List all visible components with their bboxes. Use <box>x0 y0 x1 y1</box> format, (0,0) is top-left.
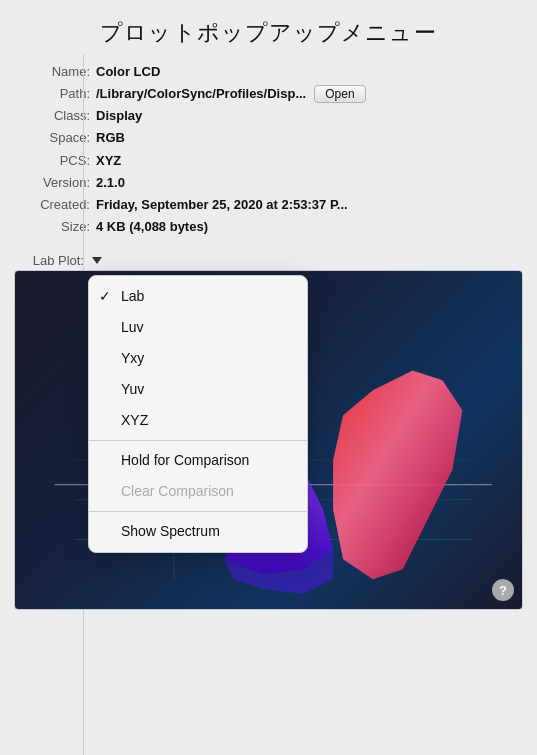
menu-item-yuv[interactable]: Yuv <box>89 374 307 405</box>
class-label: Class: <box>20 106 90 126</box>
created-row: Created: Friday, September 25, 2020 at 2… <box>20 195 517 215</box>
menu-item-hold[interactable]: Hold for Comparison <box>89 445 307 476</box>
menu-separator-2 <box>89 511 307 512</box>
class-row: Class: Display <box>20 106 517 126</box>
menu-item-spectrum[interactable]: Show Spectrum <box>89 516 307 547</box>
path-row: Path: /Library/ColorSync/Profiles/Disp..… <box>20 84 517 104</box>
menu-item-luv[interactable]: Luv <box>89 312 307 343</box>
name-value: Color LCD <box>96 62 160 82</box>
plot-label: Lab Plot: <box>14 253 84 268</box>
svg-marker-8 <box>333 371 462 580</box>
menu-item-yxy[interactable]: Yxy <box>89 343 307 374</box>
version-row: Version: 2.1.0 <box>20 173 517 193</box>
help-button[interactable]: ? <box>492 579 514 601</box>
plot-label-row: Lab Plot: <box>14 253 523 268</box>
plot-area-container: Lab Plot: Lab Luv Yxy Yuv XYZ Hold for C… <box>14 253 523 610</box>
created-value: Friday, September 25, 2020 at 2:53:37 P.… <box>96 195 348 215</box>
class-value: Display <box>96 106 142 126</box>
pcs-value: XYZ <box>96 151 121 171</box>
pcs-label: PCS: <box>20 151 90 171</box>
size-row: Size: 4 KB (4,088 bytes) <box>20 217 517 237</box>
version-label: Version: <box>20 173 90 193</box>
created-label: Created: <box>20 195 90 215</box>
path-label: Path: <box>20 84 90 104</box>
menu-item-xyz[interactable]: XYZ <box>89 405 307 436</box>
open-button[interactable]: Open <box>314 85 365 103</box>
space-label: Space: <box>20 128 90 148</box>
menu-separator-1 <box>89 440 307 441</box>
space-row: Space: RGB <box>20 128 517 148</box>
path-value: /Library/ColorSync/Profiles/Disp... <box>96 84 306 104</box>
version-value: 2.1.0 <box>96 173 125 193</box>
popup-menu: Lab Luv Yxy Yuv XYZ Hold for Comparison … <box>88 275 308 553</box>
size-label: Size: <box>20 217 90 237</box>
info-section: Name: Color LCD Path: /Library/ColorSync… <box>0 62 537 249</box>
page-title: プロットポップアップメニュー <box>0 0 537 62</box>
size-value: 4 KB (4,088 bytes) <box>96 217 208 237</box>
menu-item-clear: Clear Comparison <box>89 476 307 507</box>
menu-item-lab[interactable]: Lab <box>89 281 307 312</box>
pcs-row: PCS: XYZ <box>20 151 517 171</box>
plot-dropdown-trigger[interactable] <box>90 257 102 264</box>
dropdown-arrow-icon <box>92 257 102 264</box>
name-row: Name: Color LCD <box>20 62 517 82</box>
space-value: RGB <box>96 128 125 148</box>
name-label: Name: <box>20 62 90 82</box>
